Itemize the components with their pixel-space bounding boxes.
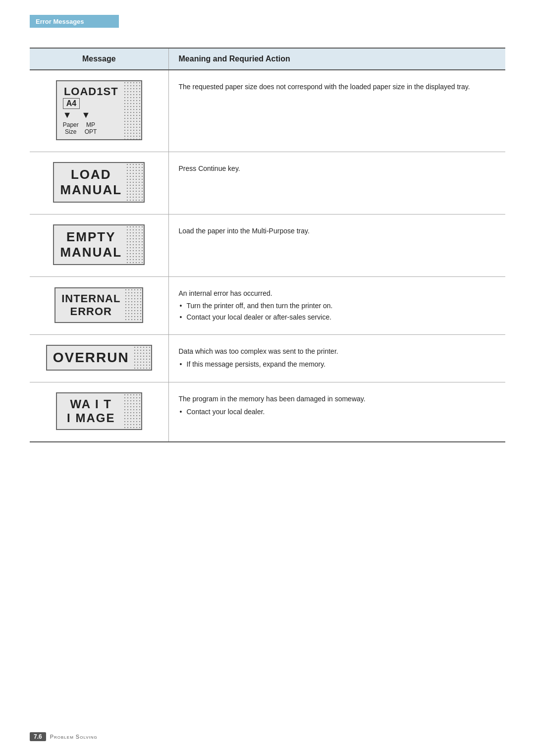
- lcd-dot-overlay: [133, 346, 151, 370]
- lcd-line1: LOAD1ST: [63, 85, 119, 98]
- lcd-line1: OVERRUN: [53, 350, 129, 366]
- message-cell-internal-error: INTERNAL ERROR: [30, 277, 168, 335]
- chapter-label: Problem Solving: [50, 734, 98, 740]
- message-cell-wait-image: WA I T I MAGE: [30, 382, 168, 442]
- table-row: EMPTY MANUAL Load the paper into the Mul…: [30, 215, 505, 277]
- action-list: Turn the printer off, and then turn the …: [179, 301, 496, 323]
- list-item: Turn the printer off, and then turn the …: [179, 301, 496, 311]
- lcd-line1: LOAD: [60, 167, 122, 182]
- meaning-text: The requested paper size does not corres…: [179, 83, 470, 91]
- meaning-text: Press Continue key.: [179, 164, 240, 172]
- lcd-arrow1: ▼: [63, 110, 72, 120]
- table-row: WA I T I MAGE The program in the memory …: [30, 382, 505, 442]
- lcd-line2: MANUAL: [60, 182, 122, 198]
- lcd-display-wait-image: WA I T I MAGE: [56, 392, 142, 430]
- header-label: Error Messages: [36, 18, 84, 25]
- col-meaning: Meaning and Requried Action: [168, 48, 505, 70]
- action-list: If this message persists, expand the mem…: [179, 359, 496, 370]
- meaning-text: Load the paper into the Multi-Purpose tr…: [179, 227, 310, 235]
- message-cell-load1st: LOAD1ST A4 ▼ ▼ Paper Siz: [30, 70, 168, 152]
- table-row: LOAD MANUAL Press Continue key.: [30, 152, 505, 215]
- lcd-label-opt: OPT: [85, 128, 97, 135]
- col-message: Message: [30, 48, 168, 70]
- list-item: Contact your local dealer.: [179, 407, 496, 417]
- table-row: LOAD1ST A4 ▼ ▼ Paper Siz: [30, 70, 505, 152]
- lcd-dot-overlay: [123, 81, 141, 139]
- lcd-line1: INTERNAL: [61, 292, 120, 305]
- meaning-text: Data which was too complex was sent to t…: [179, 346, 496, 357]
- lcd-line1: EMPTY: [60, 229, 122, 245]
- message-cell-empty-manual: EMPTY MANUAL: [30, 215, 168, 277]
- list-item: Contact your local dealer or after-sales…: [179, 312, 496, 323]
- message-cell-load-manual: LOAD MANUAL: [30, 152, 168, 215]
- lcd-display-load-manual: LOAD MANUAL: [53, 162, 145, 203]
- lcd-dot-overlay: [123, 393, 141, 429]
- lcd-dot-overlay: [126, 225, 144, 264]
- list-item: If this message persists, expand the mem…: [179, 359, 496, 370]
- lcd-line2: MANUAL: [60, 245, 122, 260]
- meaning-cell-load-manual: Press Continue key.: [168, 152, 505, 215]
- meaning-text: The program in the memory has been damag…: [179, 393, 496, 404]
- action-list: Contact your local dealer.: [179, 407, 496, 417]
- lcd-a4: A4: [63, 98, 80, 109]
- lcd-display-internal-error: INTERNAL ERROR: [54, 287, 143, 323]
- message-cell-overrun: OVERRUN: [30, 335, 168, 382]
- lcd-label-mp: MP: [85, 121, 97, 128]
- lcd-display-load1st: LOAD1ST A4 ▼ ▼ Paper Siz: [56, 80, 142, 140]
- error-messages-table: Message Meaning and Requried Action LOAD…: [30, 48, 505, 442]
- lcd-label-size: Size: [63, 128, 79, 135]
- page-number-badge: 7.6: [30, 732, 46, 741]
- meaning-cell-overrun: Data which was too complex was sent to t…: [168, 335, 505, 382]
- lcd-display-overrun: OVERRUN: [46, 345, 152, 371]
- meaning-cell-load1st: The requested paper size does not corres…: [168, 70, 505, 152]
- table-row: OVERRUN Data which was too complex was s…: [30, 335, 505, 382]
- page-footer: 7.6 Problem Solving: [30, 732, 98, 741]
- lcd-line1: WA I T: [63, 397, 119, 411]
- table-row: INTERNAL ERROR An internal error has occ…: [30, 277, 505, 335]
- meaning-text: An internal error has occurred.: [179, 288, 496, 299]
- lcd-arrow2: ▼: [82, 110, 91, 120]
- lcd-line2: I MAGE: [63, 411, 119, 425]
- lcd-line2: ERROR: [61, 305, 120, 318]
- meaning-cell-empty-manual: Load the paper into the Multi-Purpose tr…: [168, 215, 505, 277]
- section-header: Error Messages: [30, 15, 119, 28]
- lcd-dot-overlay: [126, 163, 144, 202]
- lcd-dot-overlay: [124, 288, 142, 322]
- meaning-cell-internal-error: An internal error has occurred. Turn the…: [168, 277, 505, 335]
- lcd-display-empty-manual: EMPTY MANUAL: [53, 224, 145, 265]
- meaning-cell-wait-image: The program in the memory has been damag…: [168, 382, 505, 442]
- lcd-label-paper: Paper: [63, 121, 79, 128]
